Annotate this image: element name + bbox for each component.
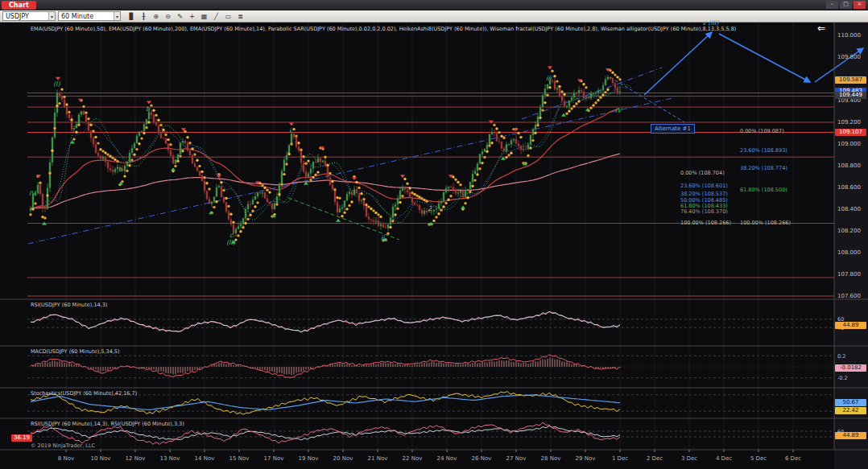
ruler-icon[interactable]: ▭	[223, 11, 234, 21]
fib-level-label: 0.00% (109.087)	[740, 128, 784, 134]
trendline-icon[interactable]: ╱	[211, 11, 221, 21]
scroll-chart-left-icon[interactable]: ⇐	[817, 23, 825, 34]
interval-selector[interactable]: 60 Minute ▾	[58, 11, 121, 21]
time-axis-label: 22 Nov	[403, 455, 423, 462]
price-axis-label: 108.400	[837, 206, 861, 212]
price-value-badge: 109.587	[835, 76, 866, 84]
time-axis-label: 1 Dec	[612, 455, 628, 462]
chart-canvas[interactable]: EMA(USDJPY (60 Minute),50), EMA(USDJPY (…	[0, 23, 868, 469]
fib-level-label: 100.00% (108.266)	[680, 220, 731, 226]
time-axis-label: 13 Nov	[160, 455, 180, 462]
time-axis-label: 14 Nov	[195, 455, 215, 462]
time-axis-label: 6 Dec	[785, 455, 801, 462]
time-axis-label: 26 Nov	[472, 455, 492, 462]
time-axis-label: 29 Nov	[576, 455, 596, 462]
time-axis-label: 2 Dec	[647, 455, 663, 462]
rsi1-panel-label: RSI(USDJPY (60 Minute),14,3)	[31, 302, 107, 308]
wave-label: (II)	[226, 239, 235, 246]
time-axis-label: 15 Nov	[229, 455, 250, 462]
time-axis-label: 5 Dec	[750, 455, 767, 462]
copyright-text: © 2019 NinjaTrader, LLC	[31, 442, 95, 449]
wave-label: iii	[546, 75, 552, 82]
crosshair-icon[interactable]: +	[187, 11, 197, 21]
titlebar[interactable]: Chart –□×	[0, 0, 868, 10]
stoch-value-badge: 22.42	[835, 407, 866, 414]
time-axis-label: 17 Nov	[264, 455, 284, 462]
indicator-list-icon[interactable]: ≣	[235, 11, 246, 21]
macd-value-badge: -0.0182	[835, 364, 866, 372]
wave-label: IV	[615, 107, 622, 114]
price-value-badge: 109.449	[835, 92, 866, 99]
wave-label: IV	[29, 190, 35, 197]
chevron-down-icon[interactable]: ▾	[114, 12, 120, 20]
minimize-button[interactable]: –	[826, 1, 838, 9]
fib-level-label: 61.80% (108.500)	[740, 187, 787, 193]
window-controls: –□×	[826, 1, 868, 9]
instrument-value: USDJPY	[6, 13, 29, 20]
price-axis-label: 108.000	[837, 249, 861, 256]
wave-label: b	[146, 105, 150, 113]
time-axis-label: 3 Dec	[681, 455, 697, 462]
time-axis-label: 27 Nov	[506, 455, 527, 462]
zoom-out-icon[interactable]: ⊖	[163, 11, 173, 21]
price-axis-label: 107.800	[837, 271, 861, 278]
zoom-in-icon[interactable]: ⊕	[151, 11, 161, 21]
indicator-header: EMA(USDJPY (60 Minute),50), EMA(USDJPY (…	[31, 26, 736, 32]
price-axis-label: 109.800	[837, 54, 861, 60]
wave-label: a	[118, 166, 122, 173]
price-axis-label: 108.200	[837, 228, 861, 234]
fib-level-label: 23.60% (108.601)	[680, 183, 728, 189]
price-axis-label: 107.600	[837, 293, 861, 299]
fib-level-label: 0.00% (108.704)	[680, 170, 725, 176]
close-button[interactable]: ×	[854, 1, 866, 9]
toolbar: USDJPY ▾ 60 Minute ▾ ▊╂⊕⊖✎+▦╱▭≣	[0, 10, 868, 23]
wave-label: (I)	[53, 80, 60, 88]
price-axis-label: 108.800	[837, 163, 861, 169]
chart-style-icon[interactable]: ▊	[126, 11, 137, 21]
wave-label: i	[289, 127, 291, 134]
time-axis-label: 21 Nov	[368, 455, 388, 462]
fib-level-label: 38.20% (108.774)	[740, 165, 787, 171]
fib-level-label: 23.60% (108.893)	[740, 147, 787, 154]
fib-level-label: 38.20% (108.537)	[680, 191, 728, 197]
time-axis-label: 4 Dec	[716, 455, 732, 462]
wave-label: c	[229, 232, 233, 239]
time-axis-label: 10 Nov	[91, 455, 111, 462]
rsi2-value-badge: 44.89	[835, 432, 866, 439]
pencil-draw-icon[interactable]: ✎	[175, 11, 185, 21]
stoch-panel-label: Stochastics(USDJPY (60 Minute),42,16,7)	[31, 390, 137, 397]
time-axis-label: 20 Nov	[333, 455, 353, 462]
add-object-icon[interactable]: ▦	[199, 11, 209, 21]
maximize-button[interactable]: □	[840, 1, 852, 9]
price-value-badge: 109.107	[835, 129, 866, 136]
candlestick-icon[interactable]: ╂	[138, 11, 149, 21]
rsi2-panel-label: RSI(USDJPY (60 Minute),14,3), RSI(USDJPY…	[31, 421, 184, 427]
instrument-selector[interactable]: USDJPY ▾	[2, 11, 56, 21]
price-axis-label: 109.200	[837, 119, 861, 125]
alternate-count-label[interactable]: Alternate #1	[651, 124, 695, 134]
price-chart-svg[interactable]	[0, 23, 868, 469]
window-title[interactable]: Chart	[2, 1, 36, 10]
chevron-down-icon[interactable]: ▾	[48, 12, 55, 20]
time-axis-label: 24 Nov	[437, 455, 457, 462]
wave-label: v (III)	[702, 19, 719, 27]
wave-label: ii	[381, 234, 384, 241]
price-axis-label: 110.000	[837, 32, 861, 39]
price-axis-label: 108.600	[837, 184, 861, 191]
wave-label: 2	[428, 205, 432, 212]
rsi1-value-badge: 44.89	[835, 322, 866, 329]
fib-level-label: 100.00% (108.266)	[740, 220, 791, 226]
macd-level-label: -0.2	[837, 375, 848, 381]
macd-panel-label: MACD(USDJPY (60 Minute),5,34,5)	[31, 348, 120, 355]
macd-level-label: 0.2	[837, 353, 845, 360]
interval-value: 60 Minute	[61, 13, 93, 20]
time-axis-label: 8 Nov	[58, 455, 74, 462]
price-axis-label: 109.000	[837, 141, 861, 147]
toolbar-icons: ▊╂⊕⊖✎+▦╱▭≣	[126, 11, 246, 21]
time-axis-label: 28 Nov	[541, 455, 561, 462]
time-axis-label: 12 Nov	[126, 455, 146, 462]
stoch-value-badge: 50.67	[835, 399, 866, 406]
fib-level-label: 76.40% (108.370)	[680, 208, 728, 215]
rsi2-left-value-badge: 36.19	[11, 434, 32, 442]
time-axis-label: 19 Nov	[299, 455, 319, 462]
